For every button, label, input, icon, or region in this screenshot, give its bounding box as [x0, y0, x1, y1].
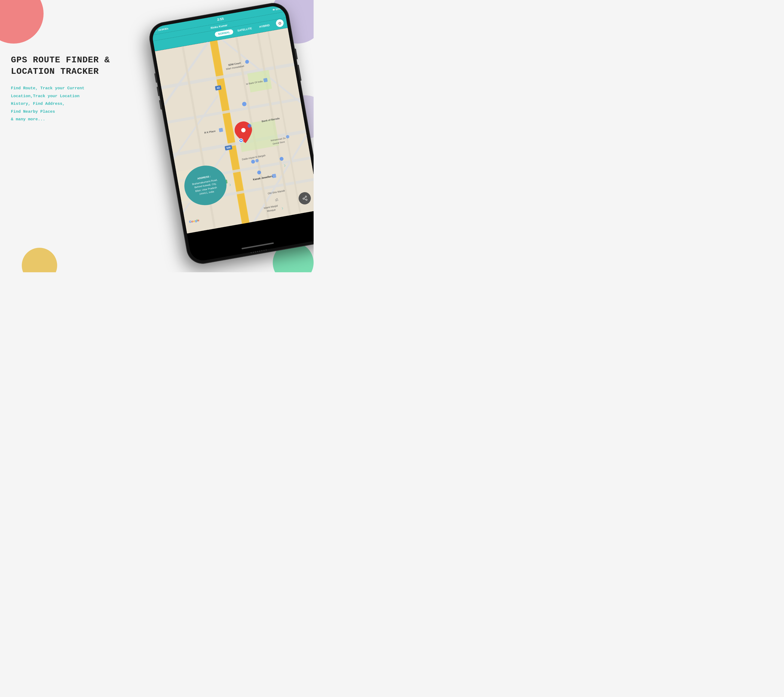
decorative-circle-bottom-left [22, 248, 57, 272]
map-area[interactable]: 43 509 SDM Court bilari moradabad te Ban… [155, 28, 314, 234]
decorative-circle-top-left [0, 0, 44, 44]
svg-rect-28 [263, 78, 268, 82]
map-svg: 43 509 SDM Court bilari moradabad te Ban… [155, 28, 314, 234]
location-button[interactable]: ⊙ [275, 19, 284, 28]
desc-line-3: History, Find Address, [11, 100, 125, 108]
svg-text:☽: ☽ [283, 164, 286, 168]
desc-line-5: & many more... [11, 116, 125, 124]
svg-point-60 [305, 199, 307, 200]
volume-down-button [157, 87, 160, 96]
address-text: ADDRESS : Brahamakumaris Road, Behind Ko… [191, 174, 220, 197]
home-indicator[interactable] [242, 242, 274, 249]
phone-mockup: ↑↓ 19.6KB/s 2:55 👁 51% Rinku Kumar NORMA… [133, 0, 314, 269]
svg-rect-40 [272, 174, 276, 178]
app-title: GPS Route Finder & Location Tracker [11, 54, 125, 77]
svg-rect-30 [219, 128, 223, 132]
phone-screen: ↑↓ 19.6KB/s 2:55 👁 51% Rinku Kumar NORMA… [150, 4, 314, 262]
volume-button-right [297, 64, 301, 81]
map-type-satellite[interactable]: SATELLITE [234, 25, 255, 34]
desc-line-4: Find Nearby Places [11, 108, 125, 116]
power-button [295, 48, 298, 59]
silent-button [159, 100, 162, 109]
network-status: ↑↓ 19.6KB/s [155, 27, 169, 32]
desc-line-1: Find Route, Track your Current [11, 85, 125, 92]
clock: 2:55 [217, 17, 224, 22]
map-type-normal[interactable]: NORMAL [214, 29, 234, 37]
phone-outer-frame: ↑↓ 19.6KB/s 2:55 👁 51% Rinku Kumar NORMA… [147, 0, 314, 267]
app-description: Find Route, Track your Current Location,… [11, 85, 125, 124]
volume-up-button [154, 73, 157, 83]
svg-line-62 [304, 197, 305, 198]
map-type-hybrid[interactable]: HYBRID [255, 22, 273, 30]
desc-line-2: Location,Track your Location [11, 92, 125, 101]
svg-text:43: 43 [217, 86, 220, 90]
svg-text:☽: ☽ [280, 207, 283, 210]
battery-status: 👁 51% [272, 7, 281, 12]
svg-line-61 [304, 198, 306, 199]
svg-rect-0 [155, 28, 314, 234]
app-info-section: GPS Route Finder & Location Tracker Find… [11, 54, 125, 124]
svg-text:ॐ: ॐ [275, 198, 279, 202]
svg-text:☽: ☽ [228, 183, 231, 187]
